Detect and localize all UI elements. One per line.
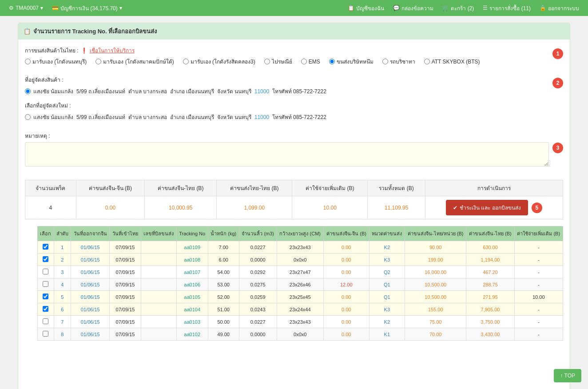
row-checkbox-2[interactable]	[38, 266, 54, 278]
row-no-7: 8	[54, 328, 71, 341]
th-cn-th: ค่าขนส่งจีน-ไทย (B)	[466, 226, 514, 241]
row-bill-0	[141, 241, 176, 254]
row-volume-5: 0.0243	[239, 303, 277, 316]
section-marker-2: 2	[552, 78, 563, 88]
shipping-option-skybox[interactable]: ATT SKYBOX (BTS)	[424, 59, 480, 65]
send-address-row: แสงชัย น้อมแกล้ง 5/99 ถ.เลี่ยงเมืองนนท์ …	[25, 111, 549, 123]
row-tracking-3: aa0106	[176, 278, 208, 291]
shipping-label: การขนส่งสินค้าในไทย : ❗ เชื่อในการให้บริ…	[25, 46, 549, 55]
cart-menu[interactable]: 🛒 ตะกร้า (2)	[438, 4, 478, 12]
row-cn-cn-5: 0.00	[323, 303, 369, 316]
row-cn-th-unit-3: 10,500.00	[405, 278, 466, 291]
row-extra-6: -	[514, 316, 563, 328]
row-checkbox-7[interactable]	[38, 328, 54, 341]
row-cn-th-1: 1,194.00	[466, 254, 514, 266]
row-extra-3: -	[514, 278, 563, 291]
warning-text[interactable]: เชื่อในการให้บริการ	[90, 46, 135, 55]
row-weight-3: 53.00	[208, 278, 239, 291]
row-cn-cn-4: 0.00	[323, 291, 369, 303]
summary-count: 4	[25, 196, 76, 219]
wishlist-menu[interactable]: 📋 บัญชีของฉัน	[343, 4, 389, 12]
row-no-0: 1	[54, 241, 71, 254]
summary-col-th-th: ค่าขนส่งไทย-ไทย (B)	[217, 180, 292, 196]
row-cn-th-5: 7,905.00	[466, 303, 514, 316]
section-marker-1: 1	[552, 48, 563, 59]
account-menu[interactable]: ⚙ TMA0007 ▾	[4, 5, 48, 11]
row-bill-5	[141, 303, 176, 316]
data-table: เลือก ลำดับ วันที่ออกจากจีน วันที่เข้าไท…	[37, 226, 563, 341]
row-dimensions-0: 23x23x43	[277, 241, 323, 254]
row-tracking-4: aa0105	[176, 291, 208, 303]
row-checkbox-1[interactable]	[38, 254, 54, 266]
row-checkbox-6[interactable]	[38, 316, 54, 328]
row-cn-th-6: 3,750.00	[466, 316, 514, 328]
address-radio-1[interactable]	[25, 88, 31, 94]
row-date-cn-2: 01/06/15	[71, 266, 110, 278]
shipping-option-pickup3[interactable]: มารับเอง (โกดังรังสิตคลอง3)	[183, 57, 255, 66]
row-cn-th-2: 467.20	[466, 266, 514, 278]
th-cn-th-unit: ค่าขนส่งจีน-ไทย/หน่วย (B)	[405, 226, 466, 241]
shipping-option-private[interactable]: ขนส่งบริษัทหนึม	[329, 57, 373, 66]
finance-menu[interactable]: 💳 บัญชีการเงิน (34,175.70) ▾	[48, 4, 127, 12]
row-extra-4: 10.00	[514, 291, 563, 303]
row-date-th-2: 07/09/15	[110, 266, 141, 278]
th-volume: จำนวนลิ้ว (m3)	[239, 226, 277, 241]
shipping-option-postal[interactable]: ไปรษณีย์	[264, 57, 292, 66]
row-cn-cn-0: 0.00	[323, 241, 369, 254]
row-volume-2: 0.0292	[239, 266, 277, 278]
row-date-th-4: 07/09/15	[110, 291, 141, 303]
account-label: TMA0007	[16, 5, 39, 11]
row-tracking-1: aa0108	[176, 254, 208, 266]
row-checkbox-4[interactable]	[38, 291, 54, 303]
top-navigation: ⚙ TMA0007 ▾ 💳 บัญชีการเงิน (34,175.70) ▾…	[0, 0, 588, 16]
shipping-address-row: แสงชัย น้อมแกล้ง 5/99 ถ.เลี่ยงเมืองนนท์ …	[25, 86, 549, 97]
row-category-0: K2	[369, 241, 405, 254]
note-textarea[interactable]	[25, 142, 549, 167]
row-tracking-6: aa0103	[176, 316, 208, 328]
row-date-cn-5: 01/06/15	[71, 303, 110, 316]
finance-arrow: ▾	[119, 5, 122, 11]
row-date-cn-1: 01/06/15	[71, 254, 110, 266]
row-checkbox-3[interactable]	[38, 278, 54, 291]
row-cn-th-unit-0: 90.00	[405, 241, 466, 254]
row-bill-6	[141, 316, 176, 328]
note-label: หมายเหตุ :	[25, 131, 549, 140]
summary-total: 11,109.95	[368, 196, 425, 219]
row-date-cn-7: 01/06/15	[71, 328, 110, 341]
row-no-4: 5	[54, 291, 71, 303]
shipping-option-ems[interactable]: EMS	[301, 59, 320, 65]
summary-col-count: จำนวนแพร็ค	[25, 180, 76, 196]
wishlist-label: บัญชีของฉัน	[356, 4, 384, 12]
row-no-5: 6	[54, 303, 71, 316]
shipping-option-pickup2[interactable]: มารับเอง (โกดังสมาคมปักษ์ใต้)	[95, 57, 174, 66]
row-volume-4: 0.0259	[239, 291, 277, 303]
th-bill: เลขที่บิลขนส่ง	[141, 226, 176, 241]
shipping-option-taxi[interactable]: รถบริชาทา	[382, 57, 415, 66]
row-weight-7: 49.00	[208, 328, 239, 341]
row-cn-th-unit-6: 75.00	[405, 316, 466, 328]
row-cn-cn-6: 0.00	[323, 316, 369, 328]
shipping-option-pickup1[interactable]: มารับเอง (โกดังนนทบุรี)	[25, 57, 87, 66]
logout-menu[interactable]: 🔒 ออกจากระบบ	[535, 4, 584, 12]
checkout-button[interactable]: ✔ ชำระเงิน และ ออกบิลขนส่ง	[446, 200, 528, 215]
row-checkbox-5[interactable]	[38, 303, 54, 316]
messages-menu[interactable]: 💬 กล่องข้อความ	[389, 4, 438, 12]
card-title-icon: 📋	[24, 28, 31, 35]
row-dimensions-4: 23x25x45	[277, 291, 323, 303]
summary-col-action: การดำเนินการ	[425, 180, 563, 196]
row-date-th-7: 07/09/15	[110, 328, 141, 341]
logout-label: ออกจากระบบ	[548, 4, 579, 12]
messages-icon: 💬	[393, 5, 400, 11]
send-address-section: เลือกที่อยู่จัดส่งใหม่ : แสงชัย น้อมแกล้…	[25, 101, 549, 123]
address-radio-2[interactable]	[25, 114, 31, 120]
shipping-address-section: ที่อยู่จัดส่งสินค้า : แสงชัย น้อมแกล้ง 5…	[25, 75, 549, 97]
orders-menu[interactable]: ☰ รายการสั่งซื้อ (11)	[478, 4, 535, 12]
summary-action-cell: ✔ ชำระเงิน และ ออกบิลขนส่ง 5	[425, 196, 563, 219]
summary-col-cn-th: ค่าขนส่งจีน-ไทย (B)	[145, 180, 217, 196]
summary-col-cn-cn: ค่าขนส่งจีน-จีน (B)	[76, 180, 144, 196]
wishlist-icon: 📋	[348, 5, 354, 11]
th-date-th: วันที่เข้าไทย	[110, 226, 141, 241]
top-button[interactable]: ↑ TOP	[554, 369, 581, 382]
account-arrow: ▾	[40, 5, 43, 11]
row-checkbox-0[interactable]	[38, 241, 54, 254]
